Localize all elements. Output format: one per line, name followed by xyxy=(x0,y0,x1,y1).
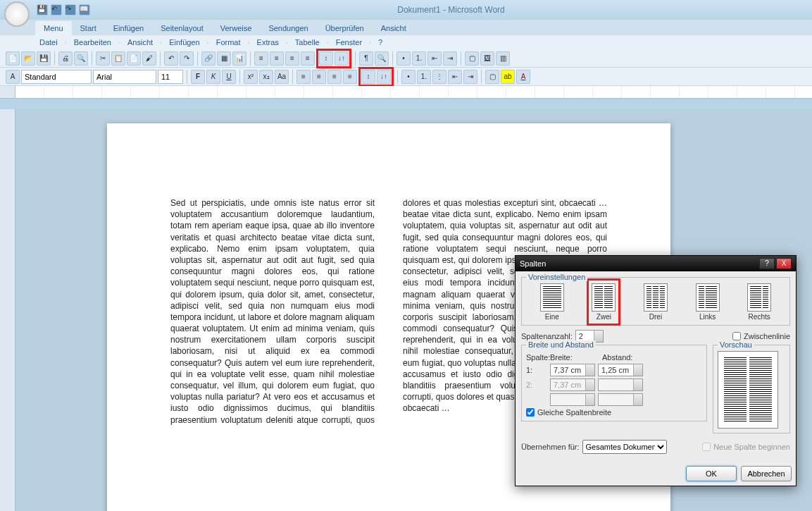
font-color-icon[interactable]: A xyxy=(516,70,530,84)
redo-icon[interactable]: ↷ xyxy=(65,4,76,16)
preview-icon[interactable]: 🔍 xyxy=(74,51,88,66)
col3-spacing xyxy=(598,393,643,406)
preset-three[interactable]: Drei xyxy=(644,283,668,321)
font-combo[interactable]: Arial xyxy=(93,70,156,84)
preset-one[interactable]: Eine xyxy=(540,283,564,321)
multilevel-icon[interactable]: ⋮ xyxy=(432,70,446,84)
excel-icon[interactable]: 📊 xyxy=(232,51,246,66)
size-combo[interactable]: 11 xyxy=(158,70,183,84)
change-case-icon[interactable]: Aa xyxy=(275,70,289,84)
link-icon[interactable]: 🔗 xyxy=(201,51,216,66)
justify-icon[interactable]: ≡ xyxy=(301,51,315,66)
paste-icon[interactable]: 📄 xyxy=(127,51,141,66)
menu-datei[interactable]: Datei xyxy=(35,37,62,48)
image-icon[interactable]: 🖼 xyxy=(480,51,494,66)
titlebar: 💾 ↶ ↷ 📖 Dokument1 - Microsoft Word xyxy=(0,0,812,20)
highlighted-buttons-2: ↕ ↓↑ xyxy=(358,67,394,87)
width-spacing-group: Breite und Abstand Spalte: Breite: Absta… xyxy=(521,345,707,421)
highlight-icon[interactable]: ab xyxy=(501,70,515,84)
tab-menu[interactable]: Menu xyxy=(35,21,72,35)
dialog-titlebar[interactable]: Spalten ? X xyxy=(516,256,796,271)
preset-two[interactable]: Zwei xyxy=(592,283,616,321)
numbering-icon[interactable]: 1. xyxy=(417,70,431,84)
col1-spacing[interactable]: 1,25 cm xyxy=(598,364,643,376)
style-combo[interactable]: Standard xyxy=(21,70,92,84)
open-icon[interactable]: 📂 xyxy=(21,51,35,66)
borders-icon[interactable]: ▢ xyxy=(485,70,499,84)
office-button[interactable] xyxy=(4,1,30,27)
outdent-icon[interactable]: ⇤ xyxy=(448,70,462,84)
menu-fenster[interactable]: Fenster xyxy=(332,37,366,48)
tab-einfuegen[interactable]: Einfügen xyxy=(105,21,152,35)
show-marks-icon[interactable]: ¶ xyxy=(359,51,373,66)
styles-icon[interactable]: A xyxy=(6,70,20,84)
save-icon[interactable]: 💾 xyxy=(37,51,51,66)
book-icon[interactable]: 📖 xyxy=(79,4,90,16)
numbering-icon[interactable]: 1. xyxy=(412,51,426,66)
col1-width[interactable]: 7,37 cm xyxy=(550,364,595,376)
line-spacing-icon[interactable]: ↕ xyxy=(319,51,333,66)
align-left-icon[interactable]: ≡ xyxy=(296,70,311,84)
align-left-icon[interactable]: ≡ xyxy=(254,51,268,66)
close-button[interactable]: X xyxy=(776,258,792,269)
justify-icon[interactable]: ≡ xyxy=(343,70,357,84)
align-center-icon[interactable]: ≡ xyxy=(270,51,284,66)
table-icon[interactable]: ▦ xyxy=(217,51,231,66)
underline-icon[interactable]: U xyxy=(222,70,236,84)
cancel-button[interactable]: Abbrechen xyxy=(741,466,792,481)
undo-icon[interactable]: ↶ xyxy=(51,4,62,16)
sort-icon[interactable]: ↓↑ xyxy=(377,70,391,84)
window-title: Dokument1 - Microsoft Word xyxy=(90,5,812,15)
menu-format[interactable]: Format xyxy=(212,37,245,48)
tab-seitenlayout[interactable]: Seitenlayout xyxy=(152,21,212,35)
columns-icon[interactable]: ▥ xyxy=(496,51,510,66)
menu-bearbeiten[interactable]: Bearbeiten xyxy=(70,37,115,48)
help-button[interactable]: ? xyxy=(759,258,775,269)
apply-to-select[interactable]: Gesamtes Dokument xyxy=(582,440,667,454)
tab-ansicht[interactable]: Ansicht xyxy=(373,21,415,35)
bullets-icon[interactable]: • xyxy=(401,70,416,84)
menubar: Datei· Bearbeiten· Ansicht· Einfügen· Fo… xyxy=(0,35,812,49)
preset-left[interactable]: Links xyxy=(696,283,720,321)
align-right-icon[interactable]: ≡ xyxy=(327,70,342,84)
borders-icon[interactable]: ▢ xyxy=(465,51,479,66)
indent-icon[interactable]: ⇥ xyxy=(443,51,457,66)
italic-icon[interactable]: K xyxy=(206,70,220,84)
align-right-icon[interactable]: ≡ xyxy=(285,51,299,66)
bold-icon[interactable]: F xyxy=(191,70,205,84)
menu-einfuegen[interactable]: Einfügen xyxy=(165,37,204,48)
tab-ueberpruefen[interactable]: Überprüfen xyxy=(317,21,373,35)
menu-tabelle[interactable]: Tabelle xyxy=(291,37,324,48)
redo-icon[interactable]: ↷ xyxy=(180,51,194,66)
menu-extras[interactable]: Extras xyxy=(253,37,283,48)
indent-icon[interactable]: ⇥ xyxy=(463,70,477,84)
menu-ansicht[interactable]: Ansicht xyxy=(123,37,157,48)
line-spacing-icon[interactable]: ↕ xyxy=(361,70,375,84)
subscript-icon[interactable]: x₂ xyxy=(259,70,273,84)
menu-help[interactable]: ? xyxy=(374,37,387,48)
tab-sendungen[interactable]: Sendungen xyxy=(260,21,316,35)
col1-label: 1: xyxy=(526,366,547,374)
preview-legend: Vorschau xyxy=(718,340,754,349)
undo-icon[interactable]: ↶ xyxy=(164,51,178,66)
tab-verweise[interactable]: Verweise xyxy=(212,21,261,35)
format-painter-icon[interactable]: 🖌 xyxy=(142,51,156,66)
cut-icon[interactable]: ✂ xyxy=(96,51,110,66)
col2-label: 2: xyxy=(526,381,547,389)
sort-icon[interactable]: ↓↑ xyxy=(335,51,349,66)
new-icon[interactable]: 📄 xyxy=(6,51,20,66)
divider-checkbox[interactable]: Zwischenlinie xyxy=(732,332,790,340)
preset-right[interactable]: Rechts xyxy=(747,283,771,321)
align-center-icon[interactable]: ≡ xyxy=(312,70,326,84)
ok-button[interactable]: OK xyxy=(686,466,737,481)
zoom-icon[interactable]: 🔍 xyxy=(375,51,389,66)
outdent-icon[interactable]: ⇤ xyxy=(427,51,442,66)
save-icon[interactable]: 💾 xyxy=(37,4,48,16)
superscript-icon[interactable]: x² xyxy=(244,70,258,84)
equal-width-checkbox[interactable]: Gleiche Spaltenbreite xyxy=(526,408,702,417)
copy-icon[interactable]: 📋 xyxy=(111,51,125,66)
print-icon[interactable]: 🖨 xyxy=(58,51,73,66)
tab-start[interactable]: Start xyxy=(72,21,105,35)
bullets-icon[interactable]: • xyxy=(396,51,411,66)
ribbon-tabs: Menu Start Einfügen Seitenlayout Verweis… xyxy=(0,20,812,35)
